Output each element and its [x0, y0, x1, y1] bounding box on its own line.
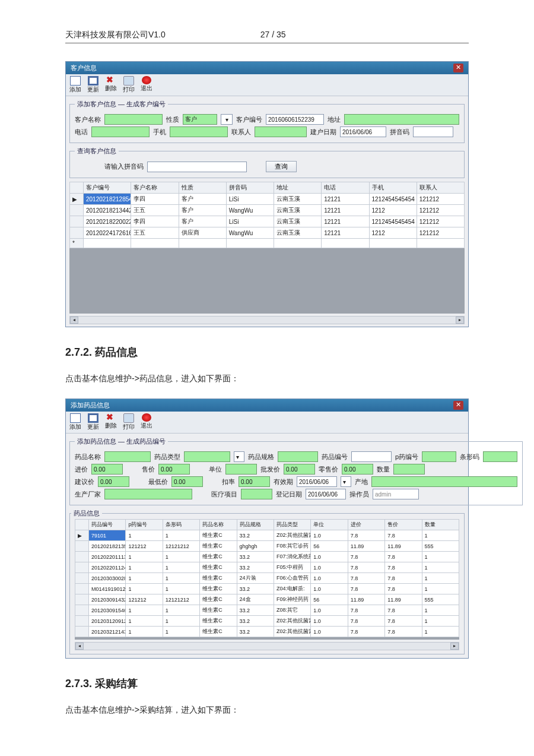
min-input[interactable]: 0.00: [171, 476, 203, 487]
column-header[interactable]: 数量: [422, 520, 459, 530]
cell[interactable]: 79101: [89, 530, 126, 541]
cell[interactable]: WangWu: [226, 205, 274, 216]
builddate-input[interactable]: 2016/06/06: [340, 126, 386, 137]
cell[interactable]: 维生素C: [200, 562, 237, 573]
delete-button[interactable]: ✖删除: [105, 413, 117, 431]
table-row[interactable]: 20120218220022李四客户LiSi云南玉溪12121121245454…: [70, 216, 465, 227]
column-header[interactable]: 手机: [369, 182, 417, 194]
table-row[interactable]: 2012022011241011维生素C33.2F05:中程药1.07.87.8…: [75, 562, 459, 573]
cell[interactable]: M0141919012: [89, 584, 126, 594]
cell[interactable]: 20120312091254: [89, 616, 126, 627]
column-header[interactable]: 联系人: [417, 182, 464, 194]
table-row[interactable]: M014191901211维生素C33.2Z04:电解质:1.07.87.81: [75, 584, 459, 594]
cell[interactable]: 1.0: [311, 616, 348, 627]
cell[interactable]: 555: [422, 594, 459, 605]
cell[interactable]: 7.8: [385, 616, 422, 627]
cell[interactable]: F06:心血管药: [274, 573, 310, 584]
cell[interactable]: [131, 239, 179, 248]
cell[interactable]: 7.8: [385, 573, 422, 584]
refresh-button[interactable]: 更新: [87, 413, 99, 431]
cell[interactable]: 11.89: [385, 541, 422, 552]
cell[interactable]: 1: [422, 530, 459, 541]
cell[interactable]: 李四: [131, 216, 179, 227]
query-button[interactable]: 查询: [266, 161, 297, 172]
cell[interactable]: 20120218213442: [84, 205, 131, 216]
regdate-input[interactable]: 2016/06/06: [306, 489, 346, 499]
cell[interactable]: 王五: [131, 227, 179, 239]
cell[interactable]: 客户: [179, 216, 226, 227]
cell[interactable]: 12121212: [163, 594, 199, 605]
cell[interactable]: 维生素C: [200, 541, 237, 552]
operator-input[interactable]: admin: [373, 489, 419, 499]
cell[interactable]: 1: [163, 552, 199, 562]
add-button[interactable]: 添加: [69, 413, 81, 431]
cell[interactable]: 1: [422, 573, 459, 584]
cell[interactable]: 1: [422, 584, 459, 594]
cell[interactable]: 1: [163, 616, 199, 627]
cell[interactable]: Z02:其他抗菌素: [274, 530, 310, 541]
cell[interactable]: 56: [311, 541, 348, 552]
cell[interactable]: 1: [422, 552, 459, 562]
cell[interactable]: 1: [422, 627, 459, 637]
cell[interactable]: 维生素C: [200, 584, 237, 594]
cell[interactable]: 7.8: [385, 552, 422, 562]
cell[interactable]: LiSi: [226, 216, 274, 227]
drug-code-input[interactable]: [351, 451, 392, 462]
column-header[interactable]: 进价: [348, 520, 384, 530]
code-input[interactable]: 20160606152239: [266, 114, 324, 125]
drug-table[interactable]: 药品编号p药编号条形码药品名称药品规格药品类型单位进价售价数量 ▶7910111…: [75, 519, 459, 637]
cell[interactable]: 33.2: [237, 627, 274, 637]
cell[interactable]: [417, 239, 464, 248]
cell[interactable]: 33.2: [237, 552, 274, 562]
cell[interactable]: [274, 239, 322, 248]
column-header[interactable]: 条形码: [163, 520, 199, 530]
cell[interactable]: 1: [163, 627, 199, 637]
print-button[interactable]: 打印: [123, 413, 135, 431]
expire-input[interactable]: 2016/06/06: [297, 476, 337, 487]
print-button[interactable]: 打印: [123, 76, 135, 94]
cell[interactable]: 1212: [369, 227, 417, 239]
cell[interactable]: 555: [422, 541, 459, 552]
table-row[interactable]: *: [70, 239, 465, 248]
cell[interactable]: 20120309143251: [89, 594, 126, 605]
cell[interactable]: 1: [163, 573, 199, 584]
barcode-input[interactable]: [483, 451, 517, 462]
cell[interactable]: Z04:电解质:: [274, 584, 310, 594]
drug-spec-input[interactable]: [278, 451, 318, 462]
cell[interactable]: WangWu: [226, 227, 274, 239]
cell[interactable]: 121212: [417, 194, 464, 205]
table-row[interactable]: 2012030300284311维生素C24片装F06:心血管药1.07.87.…: [75, 573, 459, 584]
cell[interactable]: [179, 239, 226, 248]
cell[interactable]: 维生素C: [200, 573, 237, 584]
cell[interactable]: 1.0: [311, 627, 348, 637]
close-icon[interactable]: ✕: [453, 64, 463, 72]
cell[interactable]: 1.0: [311, 573, 348, 584]
cell[interactable]: F07:消化系统药: [274, 552, 310, 562]
column-header[interactable]: p药编号: [126, 520, 163, 530]
column-header[interactable]: 性质: [179, 182, 226, 194]
cell[interactable]: 1.0: [311, 562, 348, 573]
cell[interactable]: 1212454545454: [369, 216, 417, 227]
cell[interactable]: Z02:其他抗菌素: [274, 616, 310, 627]
column-header[interactable]: 药品编号: [89, 520, 126, 530]
cell[interactable]: 7.8: [385, 530, 422, 541]
drug-type-select[interactable]: [184, 451, 230, 462]
cell[interactable]: 供应商: [179, 227, 226, 239]
cell[interactable]: 7.8: [385, 562, 422, 573]
cell[interactable]: 24片装: [237, 573, 274, 584]
cell[interactable]: 7.8: [348, 584, 384, 594]
cell[interactable]: 王五: [131, 205, 179, 216]
cell[interactable]: 24盒: [237, 594, 274, 605]
cell[interactable]: 56: [311, 594, 348, 605]
cell[interactable]: [84, 239, 131, 248]
table-row[interactable]: 2012030914325112121212121212维生素C24盒F09:神…: [75, 594, 459, 605]
cell[interactable]: 12121: [322, 194, 369, 205]
qty-input[interactable]: [393, 464, 425, 475]
cell[interactable]: 维生素C: [200, 627, 237, 637]
cell[interactable]: 20120224172616: [84, 227, 131, 239]
horizontal-scrollbar[interactable]: ◂▸: [75, 642, 459, 650]
cell[interactable]: Z08:其它: [274, 605, 310, 616]
koulv-input[interactable]: 0.00: [239, 476, 270, 487]
cell[interactable]: 7.8: [385, 584, 422, 594]
cell[interactable]: 20120218212854: [84, 194, 131, 205]
